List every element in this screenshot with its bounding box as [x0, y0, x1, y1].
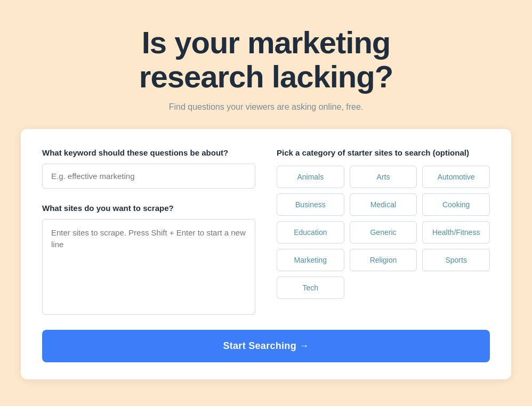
right-column: Pick a category of starter sites to sear…: [277, 148, 490, 317]
category-btn-sports[interactable]: Sports: [422, 249, 490, 271]
hero-title: Is your marketing research lacking?: [11, 26, 521, 94]
keyword-input[interactable]: [42, 164, 255, 189]
sites-textarea[interactable]: [42, 219, 255, 315]
category-btn-animals[interactable]: Animals: [277, 166, 344, 188]
category-btn-medical[interactable]: Medical: [350, 193, 417, 216]
main-card: What keyword should these questions be a…: [21, 129, 511, 379]
category-btn-marketing[interactable]: Marketing: [277, 249, 344, 271]
keyword-label: What keyword should these questions be a…: [42, 148, 255, 157]
form-layout: What keyword should these questions be a…: [42, 148, 490, 317]
category-label: Pick a category of starter sites to sear…: [277, 148, 490, 157]
hero-section: Is your marketing research lacking? Find…: [0, 0, 532, 129]
category-btn-tech[interactable]: Tech: [277, 277, 344, 299]
category-btn-generic[interactable]: Generic: [350, 221, 417, 243]
start-searching-button[interactable]: Start Searching →: [42, 330, 490, 362]
category-btn-education[interactable]: Education: [277, 221, 344, 243]
category-btn-automotive[interactable]: Automotive: [422, 166, 490, 188]
hero-subtitle: Find questions your viewers are asking o…: [11, 102, 521, 112]
category-btn-arts[interactable]: Arts: [350, 166, 417, 188]
left-column: What keyword should these questions be a…: [42, 148, 255, 317]
categories-grid: AnimalsArtsAutomotiveBusinessMedicalCook…: [277, 166, 490, 299]
category-btn-business[interactable]: Business: [277, 193, 344, 216]
category-btn-health-fitness[interactable]: Health/Fitness: [422, 221, 490, 243]
sites-label: What sites do you want to scrape?: [42, 204, 255, 213]
category-btn-religion[interactable]: Religion: [350, 249, 417, 271]
category-btn-cooking[interactable]: Cooking: [422, 193, 490, 216]
